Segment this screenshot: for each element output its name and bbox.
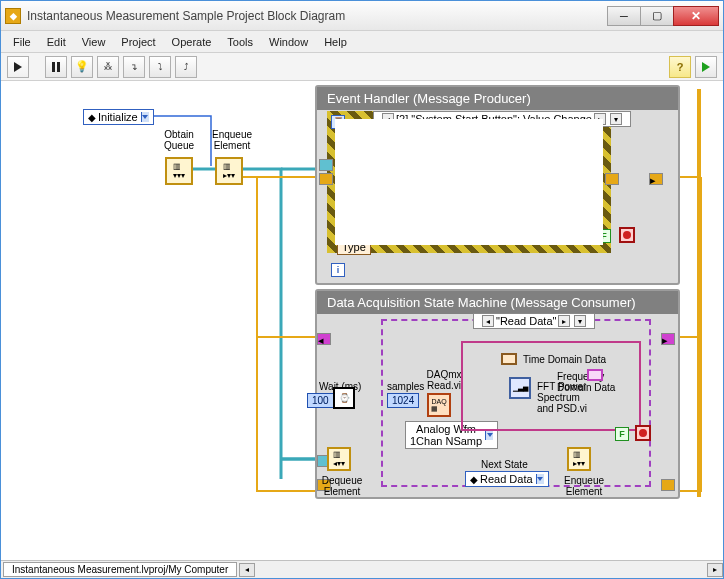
run-button[interactable] (7, 56, 29, 78)
maximize-button[interactable]: ▢ (640, 6, 674, 26)
tunnel-orange-out[interactable] (605, 173, 619, 185)
das-stop-terminal[interactable] (635, 425, 651, 441)
samples-constant[interactable]: 1024 (387, 393, 419, 408)
case-dropdown-icon[interactable]: ▾ (574, 315, 586, 327)
minimize-button[interactable]: ─ (607, 6, 641, 26)
menu-file[interactable]: File (5, 33, 39, 51)
dropdown-icon[interactable] (141, 112, 149, 122)
scroll-left-button[interactable]: ◂ (239, 563, 255, 577)
prev-case-icon[interactable]: ◂ (482, 315, 494, 327)
pink-sequence-frame[interactable] (461, 341, 641, 431)
case-dropdown-icon[interactable]: ▾ (610, 113, 622, 125)
app-icon: ◆ (5, 8, 21, 24)
das-case-selector[interactable]: ◂ "Read Data" ▸ ▾ (473, 313, 595, 329)
event-stop-terminal[interactable] (619, 227, 635, 243)
dropdown-icon[interactable] (485, 430, 493, 440)
step-out-button[interactable]: ⤴ (175, 56, 197, 78)
das-title: Data Acquisition State Machine (Message … (317, 291, 678, 314)
menu-tools[interactable]: Tools (219, 33, 261, 51)
window-title: Instantaneous Measurement Sample Project… (27, 9, 608, 23)
das-loop-condition[interactable]: F (615, 427, 629, 441)
event-iteration-terminal[interactable]: i (331, 263, 345, 277)
tunnel-cyan-in[interactable] (319, 159, 333, 171)
wait-ms-node[interactable]: ⌚ (333, 387, 355, 409)
enqueue-element-label-1: Enqueue Element (205, 129, 259, 151)
shift-register-magenta-l[interactable]: ◂ (317, 333, 331, 345)
enqueue-element-node-1[interactable]: ▥▸▾▾ (215, 157, 243, 185)
event-structure[interactable] (327, 111, 611, 253)
wait-ms-constant[interactable]: 100 (307, 393, 334, 408)
event-handler-title: Event Handler (Message Producer) (317, 87, 678, 110)
close-button[interactable]: ✕ (673, 6, 719, 26)
highlight-execution-button[interactable]: 💡 (71, 56, 93, 78)
next-case-icon[interactable]: ▸ (558, 315, 570, 327)
block-diagram-canvas[interactable]: ◆Initialize Obtain Queue ▥▾▾▾ Enqueue El… (1, 81, 723, 560)
dequeue-element-label: Dequeue Element (315, 475, 369, 497)
toolbar: 💡 ⁂ ↴ ⤵ ⤴ ? (1, 53, 723, 81)
outer-loop-edge (697, 89, 701, 497)
menu-bar: File Edit View Project Operate Tools Win… (1, 31, 723, 53)
status-bar: Instantaneous Measurement.lvproj/My Comp… (1, 560, 723, 578)
scroll-right-button[interactable]: ▸ (707, 563, 723, 577)
enqueue-element-label-3: Enqueue Element (557, 475, 611, 497)
das-case-label: "Read Data" (496, 315, 556, 327)
step-over-button[interactable]: ⤵ (149, 56, 171, 78)
run-continuous-button[interactable] (695, 56, 717, 78)
dequeue-element-node[interactable]: ▥◂▾▾ (327, 447, 351, 471)
menu-operate[interactable]: Operate (164, 33, 220, 51)
next-state-label: Next State (481, 459, 528, 470)
initialize-label: Initialize (98, 111, 138, 123)
step-into-button[interactable]: ↴ (123, 56, 145, 78)
read-data-label: Read Data (480, 473, 533, 485)
project-context-tab[interactable]: Instantaneous Measurement.lvproj/My Comp… (3, 562, 237, 577)
dropdown-icon[interactable] (536, 474, 544, 484)
enqueue-element-node-3[interactable]: ▥▸▾▾ (567, 447, 591, 471)
daqmx-read-node[interactable]: DAQ▦ (427, 393, 451, 417)
menu-view[interactable]: View (74, 33, 114, 51)
obtain-queue-label: Obtain Queue (157, 129, 201, 151)
menu-project[interactable]: Project (113, 33, 163, 51)
initialize-constant[interactable]: ◆Initialize (83, 109, 154, 125)
das-orange-tunnel-r[interactable] (661, 479, 675, 491)
shift-register-magenta-r[interactable]: ▸ (661, 333, 675, 345)
next-state-constant[interactable]: ◆Read Data (465, 471, 549, 487)
pause-button[interactable] (45, 56, 67, 78)
menu-help[interactable]: Help (316, 33, 355, 51)
context-help-button[interactable]: ? (669, 56, 691, 78)
menu-window[interactable]: Window (261, 33, 316, 51)
menu-edit[interactable]: Edit (39, 33, 74, 51)
tunnel-orange-in[interactable] (319, 173, 333, 185)
retain-wires-button[interactable]: ⁂ (97, 56, 119, 78)
shift-register-orange-r[interactable]: ▸ (649, 173, 663, 185)
title-bar: ◆ Instantaneous Measurement Sample Proje… (1, 1, 723, 31)
obtain-queue-node[interactable]: ▥▾▾▾ (165, 157, 193, 185)
